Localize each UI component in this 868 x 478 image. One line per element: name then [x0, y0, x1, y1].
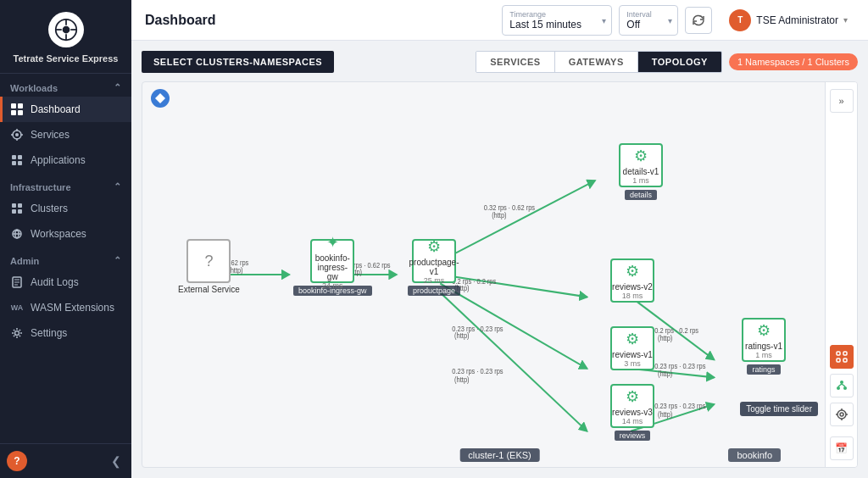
workloads-collapse-icon[interactable]: ⌃: [114, 82, 121, 93]
admin-section: Admin ⌃: [0, 247, 131, 270]
svg-line-37: [440, 292, 587, 431]
node-details[interactable]: ⚙ details-v1 1 ms details: [619, 143, 663, 200]
sidebar-item-applications[interactable]: Applications: [0, 147, 131, 173]
svg-point-63: [840, 381, 843, 384]
node-reviews-v2[interactable]: ⚙ reviews-v2 18 ms: [610, 258, 654, 303]
details-icon: ⚙: [634, 147, 648, 165]
svg-line-36: [440, 284, 587, 369]
target-view-button[interactable]: [830, 403, 854, 426]
svg-point-11: [15, 133, 19, 136]
sidebar-item-wasm-extensions[interactable]: WA WASM Extensions: [0, 295, 131, 320]
main-area: Dashboard Timerange Last 15 minutes ▾ In…: [131, 0, 868, 478]
svg-rect-21: [18, 203, 22, 208]
svg-text:(http): (http): [492, 212, 507, 220]
svg-point-64: [837, 386, 840, 390]
svg-point-30: [15, 331, 19, 336]
clusters-label: Clusters: [31, 203, 68, 214]
svg-text:(http): (http): [454, 332, 470, 341]
productpage-icon: ⚙: [427, 237, 441, 256]
select-clusters-button[interactable]: SELECT CLUSTERS-NAMESPACES: [142, 51, 334, 73]
workspaces-label: Workspaces: [31, 228, 86, 240]
svg-point-69: [840, 413, 843, 416]
svg-line-35: [440, 275, 587, 297]
sidebar-logo: Tetrate Service Express: [0, 0, 131, 74]
svg-line-67: [842, 384, 845, 386]
dashboard-toolbar: SELECT CLUSTERS-NAMESPACES SERVICES GATE…: [142, 51, 858, 73]
applications-icon: [10, 153, 24, 167]
tab-gateways[interactable]: GATEWAYS: [555, 52, 638, 72]
tab-services[interactable]: SERVICES: [476, 52, 554, 72]
clusters-icon: [10, 202, 24, 215]
svg-rect-23: [18, 209, 22, 214]
services-icon: [10, 128, 24, 142]
sidebar-item-workspaces[interactable]: Workspaces: [0, 221, 131, 247]
node-reviews-v1[interactable]: ⚙ reviews-v1 3 ms: [610, 326, 654, 370]
audit-logs-label: Audit Logs: [31, 276, 79, 288]
svg-text:(http): (http): [658, 410, 673, 419]
connect-view-button[interactable]: [830, 345, 854, 369]
view-tabs: SERVICES GATEWAYS TOPOLOGY: [476, 51, 722, 73]
topbar: Dashboard Timerange Last 15 minutes ▾ In…: [131, 0, 868, 41]
help-button[interactable]: ?: [7, 451, 27, 471]
workloads-section: Workloads ⌃: [0, 74, 131, 97]
svg-rect-59: [837, 352, 840, 355]
svg-rect-62: [843, 358, 847, 362]
timerange-arrow-icon: ▾: [602, 15, 606, 25]
timerange-select[interactable]: Timerange Last 15 minutes ▾: [502, 5, 612, 36]
refresh-button[interactable]: [685, 7, 712, 34]
svg-rect-61: [837, 358, 840, 362]
svg-text:0.23 rps · 0.23 rps: 0.23 rps · 0.23 rps: [452, 325, 503, 333]
topology-origin-indicator: [151, 89, 170, 108]
timerange-group: Timerange Last 15 minutes ▾ Interval Off…: [502, 5, 712, 36]
svg-rect-16: [12, 155, 16, 159]
ratings-icon: ⚙: [757, 321, 771, 340]
svg-rect-17: [18, 155, 22, 159]
sidebar: Tetrate Service Express Workloads ⌃ Dash…: [0, 0, 131, 478]
node-external-service[interactable]: ? External Service: [178, 239, 240, 294]
interval-label: Interval: [626, 10, 657, 19]
sidebar-item-settings[interactable]: Settings: [0, 320, 131, 346]
productpage-badge: productpage: [408, 286, 460, 296]
content-area: SELECT CLUSTERS-NAMESPACES SERVICES GATE…: [131, 41, 868, 478]
reviews-v1-icon: ⚙: [626, 330, 639, 348]
dashboard-area: SELECT CLUSTERS-NAMESPACES SERVICES GATE…: [131, 41, 868, 478]
node-bookinfo-ingress-gw[interactable]: ✦ bookinfo-ingress-gw 24 ms bookinfo-ing…: [293, 239, 372, 296]
node-reviews-v3[interactable]: ⚙ reviews-v3 14 ms reviews: [610, 384, 654, 441]
svg-marker-31: [155, 93, 165, 103]
sidebar-item-clusters[interactable]: Clusters: [0, 196, 131, 221]
user-name: TSE Administrator: [756, 14, 838, 26]
sidebar-collapse-button[interactable]: ❮: [108, 451, 125, 471]
dashboard-icon: [10, 103, 24, 116]
ratings-badge: ratings: [747, 364, 780, 375]
svg-text:0.32 rps · 0.62 rps: 0.32 rps · 0.62 rps: [484, 204, 535, 213]
topology-canvas[interactable]: 0.62 rps (http) 0.62 rps · 0.62 rps (htt…: [142, 81, 858, 468]
settings-label: Settings: [31, 327, 67, 339]
svg-text:0.23 rps · 0.23 rps: 0.23 rps · 0.23 rps: [654, 362, 705, 370]
infrastructure-section: Infrastructure ⌃: [0, 173, 131, 196]
user-menu-arrow-icon: ▾: [843, 15, 848, 25]
audit-logs-icon: [10, 275, 24, 289]
collapse-panel-button[interactable]: »: [830, 89, 854, 113]
svg-text:0.2 rps · 0.2 rps: 0.2 rps · 0.2 rps: [654, 326, 698, 335]
admin-collapse-icon[interactable]: ⌃: [114, 255, 121, 266]
infrastructure-collapse-icon[interactable]: ⌃: [114, 181, 121, 192]
settings-icon: [10, 326, 24, 340]
dashboard-label: Dashboard: [31, 103, 81, 115]
svg-point-65: [843, 386, 847, 390]
services-label: Services: [31, 129, 70, 141]
user-menu[interactable]: T TSE Administrator ▾: [722, 6, 854, 35]
sidebar-item-services[interactable]: Services: [0, 122, 131, 147]
calendar-button[interactable]: 📅: [830, 436, 854, 460]
user-avatar: T: [729, 9, 751, 31]
sidebar-item-audit-logs[interactable]: Audit Logs: [0, 270, 131, 295]
namespace-badge: 1 Namespaces / 1 Clusters: [729, 53, 858, 70]
sidebar-item-dashboard[interactable]: Dashboard: [0, 97, 131, 122]
svg-rect-8: [11, 110, 16, 115]
cluster-view-button[interactable]: [830, 374, 854, 397]
interval-select[interactable]: Interval Off ▾: [619, 5, 678, 36]
node-ratings[interactable]: ⚙ ratings-v1 1 ms ratings: [742, 318, 786, 375]
svg-rect-22: [12, 209, 16, 214]
cluster-label: cluster-1 (EKS): [459, 448, 540, 462]
tab-topology[interactable]: TOPOLOGY: [638, 52, 721, 72]
node-productpage[interactable]: ⚙ productpage-v1 25 ms productpage: [408, 239, 460, 296]
